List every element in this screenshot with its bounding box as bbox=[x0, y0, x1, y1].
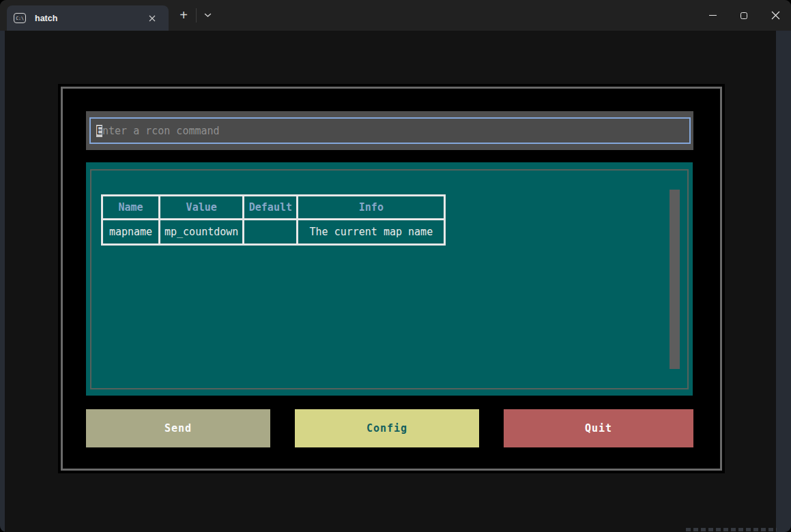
plus-icon: + bbox=[179, 8, 188, 23]
minimize-button[interactable] bbox=[697, 0, 728, 31]
window-left-edge bbox=[0, 31, 5, 532]
window-controls bbox=[697, 0, 791, 31]
tab-close-icon[interactable] bbox=[146, 12, 158, 25]
table-header: Name Value Default Info bbox=[102, 196, 445, 220]
column-header-value: Value bbox=[160, 196, 244, 220]
minimize-icon bbox=[709, 15, 717, 16]
rcon-input-container: Enter a rcon command bbox=[86, 111, 693, 150]
clipped-text-artifact bbox=[686, 528, 777, 531]
maximize-icon bbox=[740, 12, 747, 19]
column-header-name: Name bbox=[102, 196, 160, 220]
text-cursor: E bbox=[96, 125, 102, 137]
input-placeholder: nter a rcon command bbox=[102, 125, 220, 137]
new-tab-button[interactable]: + bbox=[175, 8, 192, 23]
close-button[interactable] bbox=[760, 0, 791, 31]
config-button[interactable]: Config bbox=[295, 409, 479, 447]
tabbar-divider bbox=[196, 8, 197, 23]
tab-title: hatch bbox=[35, 14, 57, 23]
tab-hatch[interactable]: C:\ hatch bbox=[7, 5, 169, 31]
cell-info: The current map name bbox=[298, 220, 445, 245]
cvar-table: Name Value Default Info mapname mp_count… bbox=[101, 194, 446, 246]
table-row[interactable]: mapname mp_countdown The current map nam… bbox=[102, 220, 445, 245]
terminal-window: C:\ hatch + Enter a bbox=[0, 0, 791, 532]
tab-dropdown-button[interactable] bbox=[199, 8, 216, 23]
chevron-down-icon bbox=[204, 13, 212, 18]
send-button[interactable]: Send bbox=[86, 409, 270, 447]
column-header-info: Info bbox=[298, 196, 445, 220]
scrollbar-thumb[interactable] bbox=[670, 190, 680, 369]
command-prompt-icon: C:\ bbox=[14, 13, 26, 23]
column-header-default: Default bbox=[244, 196, 298, 220]
cell-value: mp_countdown bbox=[160, 220, 244, 245]
rcon-dialog: Enter a rcon command Name Value Default … bbox=[58, 84, 725, 473]
cell-name: mapname bbox=[102, 220, 160, 245]
command-prompt-icon-text: C:\ bbox=[16, 16, 24, 21]
terminal-scrollbar-area[interactable] bbox=[776, 31, 791, 532]
cell-default bbox=[244, 220, 298, 245]
cvar-table-panel: Name Value Default Info mapname mp_count… bbox=[86, 162, 693, 396]
quit-button[interactable]: Quit bbox=[504, 409, 693, 447]
close-icon bbox=[771, 11, 780, 20]
rcon-command-input[interactable]: Enter a rcon command bbox=[89, 117, 691, 144]
maximize-button[interactable] bbox=[728, 0, 760, 31]
titlebar: C:\ hatch + bbox=[0, 0, 791, 31]
